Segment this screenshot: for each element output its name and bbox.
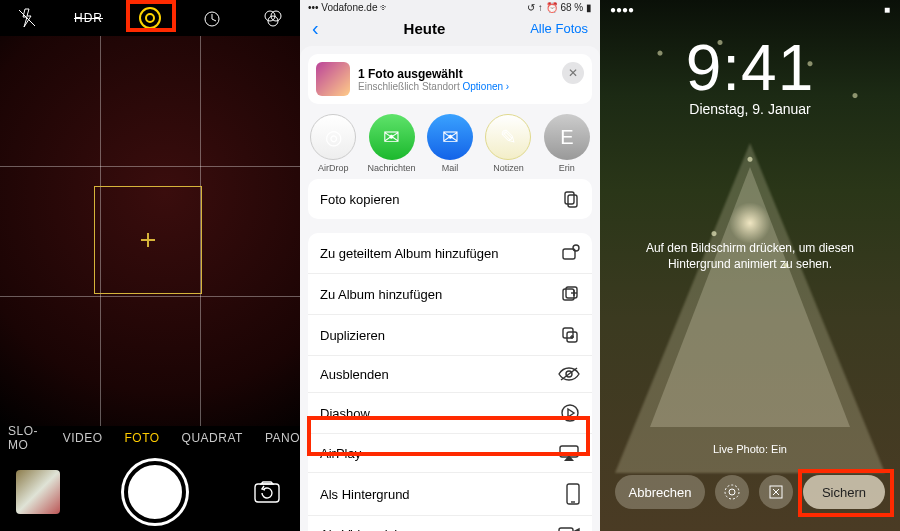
app-label: Nachrichten — [366, 163, 416, 173]
hdr-off-icon[interactable]: HDR — [76, 5, 102, 31]
action-duplicate[interactable]: Duplizieren — [308, 315, 592, 356]
live-photo-toggle-icon[interactable] — [715, 475, 749, 509]
back-button[interactable]: ‹ — [312, 17, 319, 40]
shutter-button[interactable] — [124, 461, 186, 523]
mode-slomo[interactable]: SLO-MO — [8, 424, 41, 452]
app-label: Mail — [425, 163, 475, 173]
selection-thumb — [316, 62, 350, 96]
last-photo-thumb[interactable] — [16, 470, 60, 514]
erin-icon: E — [544, 114, 590, 160]
highlight-als-hintergrund — [307, 416, 590, 456]
svg-line-0 — [19, 10, 35, 26]
live-photo-label: Live Photo: Ein — [600, 443, 900, 455]
viewfinder[interactable] — [0, 36, 300, 426]
flip-camera-icon[interactable] — [250, 475, 284, 509]
selection-header: 1 Foto ausgewählt Einschließlich Standor… — [308, 54, 592, 104]
selection-title: 1 Foto ausgewählt — [358, 67, 509, 81]
nachrichten-icon: ✉ — [369, 114, 415, 160]
mode-pano[interactable]: PANO — [265, 431, 300, 445]
svg-rect-5 — [255, 484, 279, 502]
duplicate-icon — [560, 325, 580, 345]
phone-icon — [566, 483, 580, 505]
notizen-icon: ✎ — [485, 114, 531, 160]
mail-icon: ✉ — [427, 114, 473, 160]
camera-bottom-bar — [0, 453, 300, 531]
hide-icon — [558, 366, 580, 382]
copy-icon — [560, 189, 580, 209]
highlight-save-button — [798, 469, 894, 517]
camera-screen: HDR SLO-MO VIDEO FOTO QUADRAT PANO — [0, 0, 300, 531]
svg-rect-22 — [567, 484, 579, 504]
app-label: Notizen — [483, 163, 533, 173]
action-video[interactable]: Als Video sichern — [308, 516, 592, 531]
action-shared-album[interactable]: Zu geteiltem Album hinzufügen — [308, 233, 592, 274]
app-label: Erin — [542, 163, 592, 173]
share-sheet: 1 Foto ausgewählt Einschließlich Standor… — [300, 46, 600, 531]
share-app-notizen[interactable]: ✎Notizen — [483, 114, 533, 173]
focus-crosshair-icon — [141, 233, 155, 247]
album-icon — [560, 284, 580, 304]
action-label: Duplizieren — [320, 328, 385, 343]
all-photos-link[interactable]: Alle Fotos — [530, 21, 588, 36]
share-apps-row[interactable]: ◎AirDrop✉Nachrichten✉Mail✎NotizenEErin — [308, 114, 592, 173]
video-icon — [558, 526, 580, 531]
cancel-button[interactable]: Abbrechen — [615, 475, 705, 509]
action-hide[interactable]: Ausblenden — [308, 356, 592, 393]
actions-group-1: Foto kopieren — [308, 179, 592, 219]
share-app-airdrop[interactable]: ◎AirDrop — [308, 114, 358, 173]
svg-point-25 — [725, 485, 739, 499]
app-label: AirDrop — [308, 163, 358, 173]
share-app-erin[interactable]: EErin — [542, 114, 592, 173]
shared-album-icon — [560, 243, 580, 263]
photos-nav: ‹ Heute Alle Fotos — [300, 15, 600, 46]
svg-rect-7 — [568, 195, 577, 207]
preview-hint: Auf den Bildschirm drücken, um diesen Hi… — [600, 240, 900, 272]
wallpaper-preview-screen: ●●●●■ 9:41 Dienstag, 9. Januar Auf den B… — [600, 0, 900, 531]
svg-rect-6 — [565, 192, 574, 204]
action-album[interactable]: Zu Album hinzufügen — [308, 274, 592, 315]
filters-icon[interactable] — [260, 5, 286, 31]
perspective-zoom-icon[interactable] — [759, 475, 793, 509]
action-label: Foto kopieren — [320, 192, 400, 207]
share-app-nachrichten[interactable]: ✉Nachrichten — [366, 114, 416, 173]
svg-rect-8 — [563, 249, 575, 259]
action-label: Ausblenden — [320, 367, 389, 382]
share-app-mail[interactable]: ✉Mail — [425, 114, 475, 173]
actions-group-2: Zu geteiltem Album hinzufügenZu Album hi… — [308, 233, 592, 531]
highlight-live-photo — [126, 0, 176, 32]
selection-options-link[interactable]: Optionen › — [463, 81, 510, 92]
action-phone[interactable]: Als Hintergrund — [308, 473, 592, 516]
timer-icon[interactable] — [199, 5, 225, 31]
close-icon[interactable]: ✕ — [562, 62, 584, 84]
mode-video[interactable]: VIDEO — [63, 431, 103, 445]
mode-square[interactable]: QUADRAT — [182, 431, 243, 445]
status-bar: ••• Vodafone.de ᯤ ↺ ↑ ⏰ 68 % ▮ — [300, 0, 600, 15]
action-label: Zu Album hinzufügen — [320, 287, 442, 302]
svg-point-26 — [729, 489, 735, 495]
nav-title: Heute — [404, 20, 446, 37]
action-label: Als Hintergrund — [320, 487, 410, 502]
action-label: Als Video sichern — [320, 527, 420, 532]
action-label: Zu geteiltem Album hinzufügen — [320, 246, 499, 261]
airdrop-icon: ◎ — [310, 114, 356, 160]
flash-off-icon[interactable] — [14, 5, 40, 31]
selection-subtitle: Einschließlich Standort — [358, 81, 460, 92]
action-copy[interactable]: Foto kopieren — [308, 179, 592, 219]
svg-point-9 — [573, 245, 579, 251]
camera-modes[interactable]: SLO-MO VIDEO FOTO QUADRAT PANO — [0, 426, 300, 450]
mode-foto[interactable]: FOTO — [124, 431, 159, 445]
